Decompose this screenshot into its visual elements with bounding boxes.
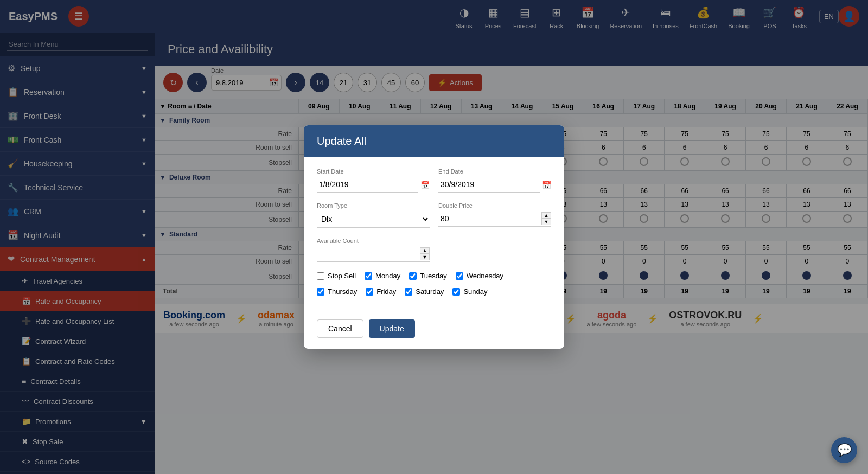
modal-footer: Cancel Update [304,314,564,349]
start-date-input-wrap: 📅 [317,177,430,193]
double-price-input[interactable] [438,211,541,226]
wednesday-label: Wednesday [467,272,503,280]
monday-label: Monday [375,272,400,280]
tuesday-label: Tuesday [420,272,446,280]
stop-sell-row: Stop Sell Monday Tuesday Wednesday [317,272,551,280]
stop-sell-checkbox[interactable] [317,272,324,280]
decrement-button[interactable]: ▼ [541,219,551,225]
update-button[interactable]: Update [369,319,415,338]
end-date-input[interactable] [438,177,540,193]
available-count-stepper: ▲ ▼ [317,246,430,262]
stepper-buttons: ▲ ▼ [541,212,551,225]
saturday-checkbox[interactable] [405,288,412,296]
thursday-label: Thursday [328,287,357,296]
friday-label: Friday [376,287,396,296]
tuesday-checkbox-item[interactable]: Tuesday [409,272,446,280]
double-price-stepper: ▲ ▼ [438,211,551,227]
friday-checkbox[interactable] [366,288,373,296]
start-date-input[interactable] [317,177,418,193]
start-date-group: Start Date 📅 [317,168,430,193]
saturday-label: Saturday [416,287,444,296]
calendar-icon: 📅 [542,181,551,189]
available-count-row: Available Count ▲ ▼ [317,238,551,262]
update-all-modal: Update All Start Date 📅 End Date 📅 [304,125,564,349]
increment-button[interactable]: ▲ [420,247,430,254]
calendar-icon: 📅 [420,181,430,189]
room-type-select[interactable]: Dlx Family Room Standard [317,211,430,228]
end-date-group: End Date 📅 [438,168,551,193]
saturday-checkbox-item[interactable]: Saturday [405,287,444,296]
monday-checkbox[interactable] [365,272,372,280]
chat-button[interactable]: 💬 [831,437,857,463]
sunday-label: Sunday [463,287,487,296]
stepper-buttons: ▲ ▼ [420,247,430,260]
wednesday-checkbox[interactable] [456,272,463,280]
increment-button[interactable]: ▲ [541,212,551,219]
tuesday-checkbox[interactable] [409,272,417,280]
double-price-label: Double Price [438,202,551,209]
modal-body: Start Date 📅 End Date 📅 Room Type [304,157,564,314]
wednesday-checkbox-item[interactable]: Wednesday [456,272,503,280]
friday-checkbox-item[interactable]: Friday [366,287,396,296]
modal-overlay: Update All Start Date 📅 End Date 📅 [0,0,868,474]
available-count-group: Available Count ▲ ▼ [317,238,430,262]
room-type-group: Room Type Dlx Family Room Standard [317,202,430,228]
double-price-group: Double Price ▲ ▼ [438,202,551,228]
end-date-input-wrap: 📅 [438,177,551,193]
modal-title: Update All [317,135,366,147]
decrement-button[interactable]: ▼ [420,254,430,260]
available-count-input[interactable] [317,246,420,261]
room-price-row: Room Type Dlx Family Room Standard Doubl… [317,202,551,228]
sunday-checkbox-item[interactable]: Sunday [452,287,487,296]
date-row: Start Date 📅 End Date 📅 [317,168,551,193]
available-count-label: Available Count [317,238,430,244]
start-date-label: Start Date [317,168,430,175]
stop-sell-label: Stop Sell [328,272,356,280]
stop-sell-checkbox-item[interactable]: Stop Sell [317,272,356,280]
days-second-row: Thursday Friday Saturday Sunday [317,287,551,296]
thursday-checkbox-item[interactable]: Thursday [317,287,357,296]
empty-group [438,238,551,262]
cancel-button[interactable]: Cancel [317,319,363,338]
end-date-label: End Date [438,168,551,175]
thursday-checkbox[interactable] [317,288,324,296]
monday-checkbox-item[interactable]: Monday [365,272,400,280]
sunday-checkbox[interactable] [452,288,460,296]
modal-header: Update All [304,125,564,157]
room-type-label: Room Type [317,202,430,209]
